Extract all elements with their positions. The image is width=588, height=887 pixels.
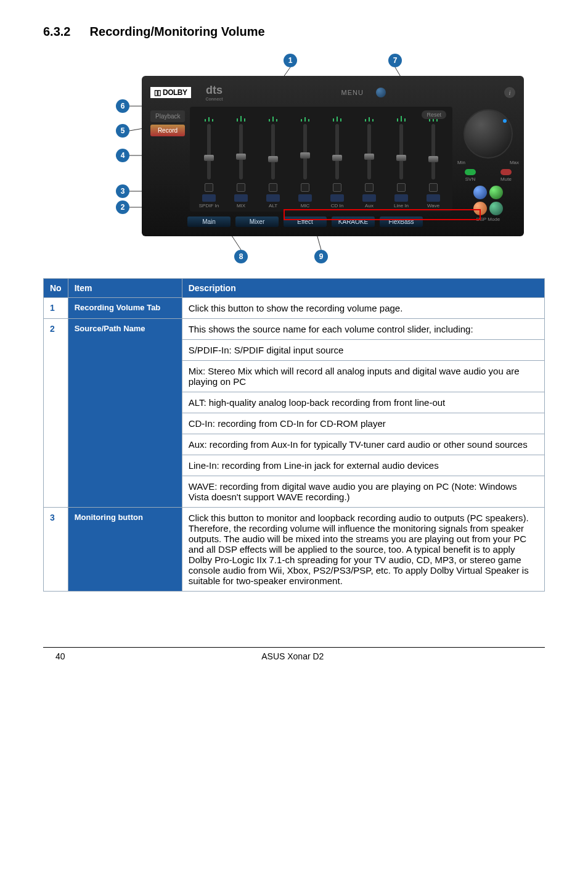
slider-col: MIX <box>227 113 255 209</box>
level-meter <box>301 113 309 122</box>
section-title: Recording/Monitoring Volume <box>90 25 265 38</box>
slider-col: Aux <box>355 113 383 209</box>
sliders-area: Reset SPDIF In MIX <box>190 107 452 212</box>
section-heading: 6.3.2 Recording/Monitoring Volume <box>43 25 545 39</box>
volume-slider[interactable] <box>431 124 435 179</box>
master-volume-knob[interactable] <box>463 109 513 159</box>
channel-label: Wave <box>427 203 439 209</box>
callout-7: 7 <box>388 54 402 67</box>
level-meter <box>365 113 374 122</box>
max-label: Max <box>510 160 519 165</box>
cell-no: 3 <box>44 508 68 592</box>
channel-icon[interactable] <box>330 194 344 202</box>
callout-4: 4 <box>116 149 129 162</box>
dts-logo: dts Connect <box>206 84 223 101</box>
cell-desc: Click this button to show the recording … <box>182 298 544 319</box>
cell-item: Source/Path Name <box>68 319 182 508</box>
slider-col: Line In <box>387 113 415 209</box>
mute-checkbox[interactable] <box>301 183 309 192</box>
volume-slider[interactable] <box>207 124 211 179</box>
mute-checkbox[interactable] <box>237 183 245 192</box>
slider-col: CD In <box>323 113 351 209</box>
description-table: No Item Description 1 Recording Volume T… <box>43 278 545 592</box>
callout-1: 1 <box>284 54 297 67</box>
channel-icon[interactable] <box>362 194 376 202</box>
level-meter <box>205 113 213 122</box>
level-meter <box>397 113 406 122</box>
product-name: ASUS Xonar D2 <box>261 651 324 661</box>
channel-icon[interactable] <box>266 194 280 202</box>
tab-record[interactable]: Record <box>150 125 185 136</box>
dolby-dd-icon: ▯▯ <box>154 88 160 97</box>
cell-desc: This shows the source name for each volu… <box>182 319 544 340</box>
callout-3: 3 <box>116 184 129 198</box>
tab-mixer[interactable]: Mixer <box>235 217 279 227</box>
tab-main[interactable]: Main <box>187 217 231 227</box>
dolby-logo: ▯▯ DOLBY <box>150 87 191 98</box>
cell-desc: S/PDIF-In: S/PDIF digital input source <box>182 340 544 361</box>
panel-top-bar: ▯▯ DOLBY dts Connect MENU i <box>150 82 515 103</box>
highlight-box-labels <box>284 209 481 220</box>
callout-9: 9 <box>314 250 328 263</box>
svn-toggle[interactable] <box>465 169 476 175</box>
volume-slider[interactable] <box>271 124 275 179</box>
slider-col: MIC <box>291 113 319 209</box>
callout-5: 5 <box>116 124 129 138</box>
callout-6: 6 <box>116 99 129 113</box>
volume-slider[interactable] <box>303 124 307 179</box>
volume-slider[interactable] <box>335 124 339 179</box>
cell-desc: WAVE: recording from digital wave audio … <box>182 476 544 508</box>
volume-slider[interactable] <box>239 124 243 179</box>
reset-button[interactable]: Reset <box>422 110 446 119</box>
mute-toggle[interactable] <box>500 169 512 175</box>
channel-icon[interactable] <box>202 194 216 202</box>
channel-icon[interactable] <box>427 194 440 202</box>
slider-col: Wave <box>419 113 447 209</box>
tab-playback[interactable]: Playback <box>150 110 185 122</box>
mute-checkbox[interactable] <box>429 183 438 192</box>
cell-desc: CD-In: recording from CD-In for CD-ROM p… <box>182 413 544 434</box>
header-desc: Description <box>182 279 544 298</box>
header-no: No <box>44 279 68 298</box>
master-column: Min Max SVN Mute <box>457 107 519 212</box>
slider-col: ALT <box>259 113 287 209</box>
min-max-labels: Min Max <box>457 160 519 165</box>
mute-checkbox[interactable] <box>365 183 374 192</box>
section-number: 6.3.2 <box>43 25 86 39</box>
channel-icon[interactable] <box>298 194 312 202</box>
cell-item: Recording Volume Tab <box>68 298 182 319</box>
channel-label: Aux <box>365 203 374 209</box>
svn-label: SVN <box>465 176 475 182</box>
mute-label: Mute <box>500 176 512 182</box>
channel-label: SPDIF In <box>199 203 219 209</box>
level-meter <box>237 113 245 122</box>
channel-label: ALT <box>269 203 277 209</box>
dts-text: dts <box>206 84 223 97</box>
level-meter <box>269 113 277 122</box>
cell-desc: Aux: recording from Aux-In for typically… <box>182 434 544 455</box>
menu-button[interactable] <box>376 88 386 97</box>
cell-desc: Click this button to monitor and loopbac… <box>182 508 544 592</box>
dsp-mode-1[interactable] <box>473 186 487 199</box>
volume-slider[interactable] <box>367 124 371 179</box>
master-knob-area: Min Max SVN Mute <box>457 109 519 182</box>
audio-control-panel: ▯▯ DOLBY dts Connect MENU i Playback Rec… <box>142 76 524 236</box>
channel-icon[interactable] <box>234 194 248 202</box>
dsp-mode-4[interactable] <box>489 202 503 215</box>
mute-checkbox[interactable] <box>205 183 213 192</box>
dsp-mode-2[interactable] <box>489 186 503 199</box>
mute-checkbox[interactable] <box>397 183 406 192</box>
callout-2: 2 <box>116 200 129 214</box>
info-button[interactable]: i <box>504 87 515 98</box>
mixer-body: Playback Record Reset SPDIF In <box>150 107 515 212</box>
mute-checkbox[interactable] <box>269 183 277 192</box>
channel-label: CD In <box>331 203 343 209</box>
mute-checkbox[interactable] <box>333 183 341 192</box>
volume-slider[interactable] <box>399 124 403 179</box>
table-row: 1 Recording Volume Tab Click this button… <box>44 298 545 319</box>
channel-icon[interactable] <box>394 194 408 202</box>
cell-no: 1 <box>44 298 68 319</box>
page-footer: 40 ASUS Xonar D2 <box>43 647 545 661</box>
slider-col: SPDIF In <box>195 113 223 209</box>
cell-desc: Line-In: recording from Line-in jack for… <box>182 455 544 476</box>
